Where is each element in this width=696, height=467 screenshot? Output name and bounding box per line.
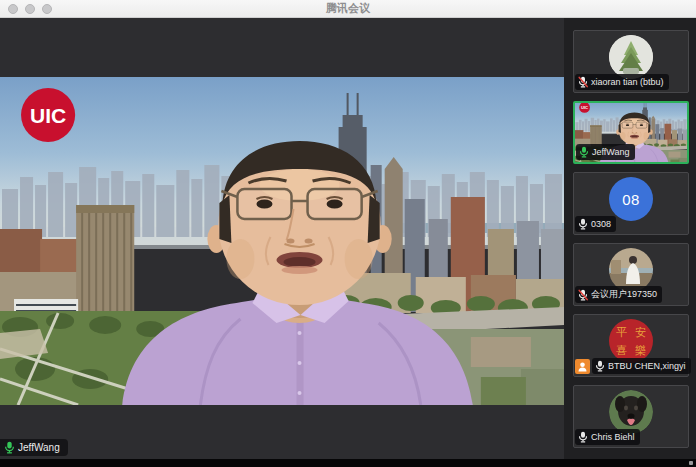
mic-icon: [578, 431, 588, 443]
person-icon: [577, 361, 588, 372]
window-title: 腾讯会议: [0, 1, 696, 16]
main-video-stage[interactable]: JeffWang: [0, 18, 564, 459]
participant-tile-xiaoran-tian[interactable]: xiaoran tian (btbu): [573, 30, 689, 93]
participant-label-row: BTBU CHEN,xingyi: [575, 358, 691, 374]
main-video-nameplate: JeffWang: [0, 439, 68, 456]
main-video-name: JeffWang: [18, 442, 60, 453]
traffic-lights: [8, 4, 52, 14]
avatar-plant-photo: [609, 35, 653, 79]
zoom-button[interactable]: [42, 4, 52, 14]
participant-tile-0308[interactable]: 08 0308: [573, 172, 689, 235]
mic-on-icon: [4, 441, 15, 454]
participant-label: JeffWang: [576, 144, 635, 160]
mic-icon: [578, 218, 588, 230]
participant-label: 0308: [575, 216, 616, 232]
participant-tile-meeting-user-197350[interactable]: 会议用户197350: [573, 243, 689, 306]
mic-icon: [595, 360, 605, 372]
dog-avatar-graphic: [609, 390, 653, 434]
close-button[interactable]: [8, 4, 18, 14]
meeting-window: 腾讯会议 JeffWang: [0, 0, 696, 467]
participant-tile-btbu-chen-xingyi[interactable]: 平 安 喜 樂 BTBU CHEN,xingyi: [573, 314, 689, 377]
participant-tile-jeffwang[interactable]: JeffWang: [573, 101, 689, 164]
main-video-feed: [0, 77, 564, 405]
avatar-red-calligraphy: 平 安 喜 樂: [609, 319, 653, 363]
mic-muted-icon: [578, 76, 588, 88]
resize-handle[interactable]: [689, 461, 693, 465]
mic-muted-icon: [578, 289, 588, 301]
avatar-blue-initials: 08: [609, 177, 653, 221]
participant-label: Chris Biehl: [575, 429, 640, 445]
bottom-bar: [0, 459, 696, 467]
participants-sidebar[interactable]: xiaoran tian (btbu) JeffWang 08 0308: [564, 18, 696, 459]
minimize-button[interactable]: [25, 4, 35, 14]
avatar-dog-photo: [609, 390, 653, 434]
plant-avatar-graphic: [609, 35, 653, 79]
mic-on-icon: [579, 146, 589, 158]
participant-tile-chris-biehl[interactable]: Chris Biehl: [573, 385, 689, 448]
participant-label: 会议用户197350: [575, 286, 662, 303]
participant-label: xiaoran tian (btbu): [575, 74, 669, 90]
participant-label: BTBU CHEN,xingyi: [592, 358, 691, 374]
titlebar: 腾讯会议: [0, 0, 696, 18]
host-badge-icon: [575, 359, 590, 374]
